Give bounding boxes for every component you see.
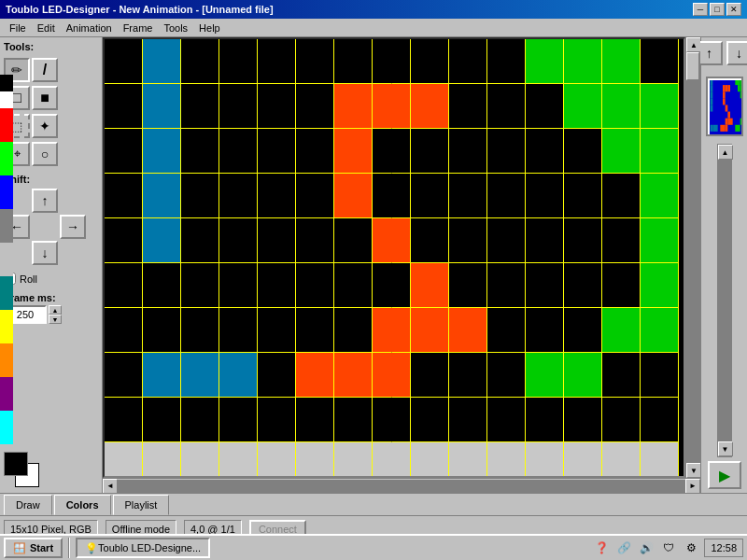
tab-colors-label: Colors bbox=[66, 499, 99, 511]
scroll-right-button[interactable]: ► bbox=[685, 479, 700, 494]
frame-next-button[interactable]: ↓ bbox=[726, 41, 748, 65]
scroll-track-v bbox=[686, 52, 700, 463]
shift-section: Shift: ↑ ← → ↓ bbox=[4, 174, 98, 265]
color-green[interactable] bbox=[0, 142, 13, 175]
window-controls: ─ □ ✕ bbox=[693, 3, 741, 16]
scroll-track-h bbox=[118, 480, 685, 493]
volume-icon: 🔊 bbox=[637, 539, 655, 557]
puzzle-tool[interactable]: ✦ bbox=[32, 114, 58, 138]
left-toolbar: Tools: ✏ / □ ■ ⬚ ✦ ⌖ ○ Shift: ↑ ← → bbox=[0, 37, 103, 493]
color-gray[interactable] bbox=[0, 209, 13, 243]
start-icon: 🪟 bbox=[13, 542, 26, 554]
tool-row-4: ⌖ ○ bbox=[4, 142, 98, 166]
line-tool[interactable]: / bbox=[32, 58, 58, 82]
shift-up-button[interactable]: ↑ bbox=[32, 189, 58, 213]
tab-draw-label: Draw bbox=[16, 499, 40, 511]
tab-playlist[interactable]: Playlist bbox=[113, 495, 170, 515]
security-icon: 🛡 bbox=[659, 539, 678, 557]
taskbar-app-icon: 💡 bbox=[85, 542, 98, 554]
menu-edit[interactable]: Edit bbox=[32, 21, 61, 35]
window-title: Toublo LED-Designer - New Animation - [U… bbox=[6, 4, 274, 15]
shift-right-button[interactable]: → bbox=[60, 215, 86, 239]
menu-file[interactable]: File bbox=[4, 21, 32, 35]
ellipse-tool[interactable]: ○ bbox=[32, 142, 58, 166]
preview-canvas bbox=[708, 78, 743, 136]
settings-icon: ⚙ bbox=[682, 539, 700, 557]
color-silver[interactable] bbox=[0, 243, 13, 276]
tab-playlist-label: Playlist bbox=[125, 499, 158, 511]
color-cyan[interactable] bbox=[0, 411, 13, 444]
tool-row-2: □ ■ bbox=[4, 86, 98, 110]
frame-down-button[interactable]: ▼ bbox=[49, 315, 62, 324]
color-red[interactable] bbox=[0, 108, 13, 142]
play-icon: ▶ bbox=[719, 467, 730, 484]
right-scroll-down[interactable]: ▼ bbox=[718, 441, 733, 456]
color-orange[interactable] bbox=[0, 343, 13, 377]
menu-frame[interactable]: Frame bbox=[118, 21, 159, 35]
right-scrollbar: ▲ ▼ bbox=[717, 144, 732, 457]
menu-help[interactable]: Help bbox=[193, 21, 226, 35]
taskbar-right: ❓ 🔗 🔊 🛡 ⚙ 12:58 bbox=[592, 539, 743, 557]
roll-row: Roll bbox=[4, 273, 98, 285]
scroll-thumb-v[interactable] bbox=[686, 52, 699, 80]
taskbar-app-button[interactable]: 💡 Toublo LED-Designe... bbox=[76, 538, 210, 558]
taskbar: 🪟 Start 💡 Toublo LED-Designe... ❓ 🔗 🔊 🛡 … bbox=[0, 534, 747, 560]
close-button[interactable]: ✕ bbox=[726, 3, 741, 16]
maximize-button[interactable]: □ bbox=[710, 3, 725, 16]
frame-input-row: ▲ ▼ bbox=[4, 305, 98, 324]
scroll-up-button[interactable]: ▲ bbox=[686, 37, 700, 52]
scroll-down-button[interactable]: ▼ bbox=[686, 463, 700, 478]
menu-tools[interactable]: Tools bbox=[158, 21, 193, 35]
canvas-scrollbar-h: ◄ ► bbox=[103, 478, 700, 493]
scroll-left-button[interactable]: ◄ bbox=[103, 479, 118, 494]
tab-colors[interactable]: Colors bbox=[54, 495, 111, 515]
shift-down-button[interactable]: ↓ bbox=[32, 241, 58, 265]
color-teal[interactable] bbox=[0, 276, 13, 310]
grid-canvas[interactable] bbox=[105, 39, 684, 476]
tool-row-1: ✏ / bbox=[4, 58, 98, 82]
title-bar: Toublo LED-Designer - New Animation - [U… bbox=[0, 0, 747, 19]
frame-spinner: ▲ ▼ bbox=[49, 305, 62, 324]
roll-label: Roll bbox=[20, 273, 37, 285]
play-button[interactable]: ▶ bbox=[708, 461, 741, 489]
system-clock: 12:58 bbox=[704, 539, 743, 557]
canvas-scrollbar-v: ▲ ▼ bbox=[685, 37, 700, 478]
frame-up-button[interactable]: ▲ bbox=[49, 305, 62, 315]
tools-label: Tools: bbox=[4, 41, 98, 52]
network-icon: 🔗 bbox=[614, 539, 633, 557]
taskbar-app-label: Toublo LED-Designe... bbox=[98, 542, 201, 553]
frame-label: Frame ms: bbox=[4, 292, 98, 303]
minimize-button[interactable]: ─ bbox=[693, 3, 708, 16]
menu-bar: File Edit Animation Frame Tools Help bbox=[0, 19, 747, 37]
right-scroll-up[interactable]: ▲ bbox=[718, 145, 733, 160]
led-canvas[interactable] bbox=[103, 37, 685, 478]
rect-fill-tool[interactable]: ■ bbox=[32, 86, 58, 110]
tool-row-3: ⬚ ✦ bbox=[4, 114, 98, 138]
color-white[interactable] bbox=[0, 91, 13, 108]
shift-label: Shift: bbox=[4, 174, 98, 185]
canvas-wrapper: ▲ ▼ bbox=[103, 37, 700, 478]
menu-animation[interactable]: Animation bbox=[61, 21, 118, 35]
color-strip bbox=[0, 75, 13, 444]
help-icon[interactable]: ❓ bbox=[592, 539, 611, 557]
color-black[interactable] bbox=[0, 75, 13, 91]
tab-draw[interactable]: Draw bbox=[4, 495, 52, 515]
color-yellow[interactable] bbox=[0, 310, 13, 343]
start-button[interactable]: 🪟 Start bbox=[4, 538, 63, 558]
right-panel: ↑ ↓ ▲ ▼ ▶ bbox=[700, 37, 747, 493]
canvas-area: ▲ ▼ ◄ ► bbox=[103, 37, 700, 493]
frame-section: Frame ms: ▲ ▼ bbox=[4, 292, 98, 324]
foreground-color-box[interactable] bbox=[4, 452, 28, 476]
color-purple[interactable] bbox=[0, 377, 13, 411]
start-label: Start bbox=[30, 542, 53, 553]
tabs-bar: Draw Colors Playlist bbox=[0, 493, 747, 515]
frame-preview bbox=[706, 77, 743, 136]
color-blue[interactable] bbox=[0, 175, 13, 209]
right-scroll-track bbox=[718, 160, 731, 441]
